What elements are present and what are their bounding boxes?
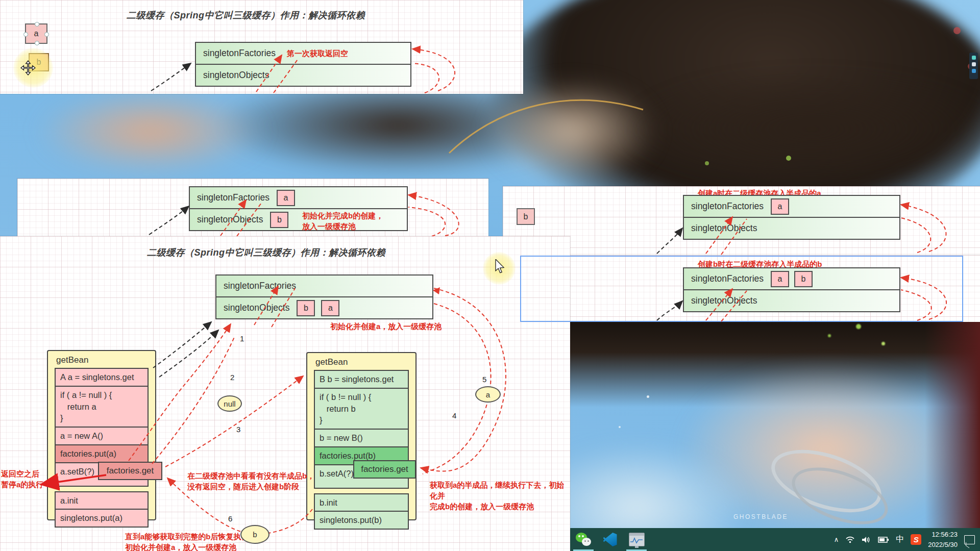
getbean-title: getBean (48, 351, 155, 365)
a-label: a (486, 390, 490, 399)
code-row-singletons-put[interactable]: singletons.put(b) (314, 511, 409, 530)
code-row-new[interactable]: a = new A() (55, 427, 149, 445)
connector-point[interactable] (44, 32, 49, 37)
bean-a-shape[interactable]: a (25, 23, 47, 44)
cache-row-factories[interactable]: singletonFactories a (684, 196, 899, 217)
taskbar-clock[interactable]: 12:56:23 2022/5/30 (928, 530, 958, 549)
getbean-a-box[interactable]: getBean A a = singletons.get if ( a != n… (47, 350, 156, 520)
canvas-main[interactable]: 二级缓存（Spring中它叫三级缓存）作用：解决循环依赖 singletonFa… (0, 236, 570, 551)
annotation-pause-a[interactable]: 返回空之后 暂停a的执行 (1, 468, 43, 490)
taskbar-monitor-app-button[interactable] (623, 528, 650, 551)
sogou-input-icon[interactable]: S (911, 534, 921, 545)
note-a-created[interactable]: 初始化并创建a，放入一级缓存池 (330, 321, 442, 332)
annotation-got-a[interactable]: 获取到a的半成品，继续执行下去，初始化并 完成b的创建，放入一级缓存池 (430, 480, 570, 512)
canvas-strip-top[interactable]: 二级缓存（Spring中它叫三级缓存）作用：解决循环依赖 a b singlet… (0, 0, 523, 94)
row-label: singletonFactories (224, 281, 296, 291)
panel-dot-icon (972, 56, 976, 60)
badge-a[interactable]: a (277, 190, 295, 206)
b-label: b (253, 530, 257, 539)
battery-icon[interactable] (878, 536, 889, 543)
cache-panel-main[interactable]: singletonFactories singletonObjects b a (215, 274, 433, 319)
step-5: 5 (482, 375, 486, 384)
getbean-title: getBean (307, 353, 415, 367)
connector-point[interactable] (23, 32, 28, 37)
clock-date: 2022/5/30 (928, 540, 958, 550)
cache-row-factories[interactable]: singletonFactories a (190, 187, 407, 208)
null-ellipse[interactable]: null (217, 395, 242, 412)
panel-dot-icon (972, 69, 976, 73)
volume-icon[interactable] (862, 536, 871, 544)
note-b-created[interactable]: 初始化并完成b的创建， 放入一级缓存池 (302, 210, 383, 232)
wallpaper-face-hint (485, 79, 658, 184)
row-label: singletonObjects (197, 214, 263, 225)
bean-b-label: b (524, 212, 528, 221)
wallpaper-skin-blur (36, 89, 265, 173)
wifi-icon[interactable] (845, 536, 855, 543)
factories-get-label: factories.get (107, 466, 154, 476)
badge-b[interactable]: b (270, 212, 288, 228)
badge-a[interactable]: a (321, 300, 339, 316)
row-label: singletonObjects (224, 303, 289, 313)
a-ellipse[interactable]: a (475, 386, 501, 403)
code-row-factories-put[interactable]: factories.put(a) (55, 444, 149, 463)
row-note: 第一次获取返回空 (287, 48, 348, 59)
code-row-if-null[interactable]: if ( b != null ) { return b } (314, 388, 409, 430)
step-1: 1 (240, 334, 244, 343)
bean-b-floating[interactable]: b (517, 208, 535, 225)
cache-row-factories[interactable]: singletonFactories 第一次获取返回空 (196, 43, 410, 64)
tray-expand-icon[interactable]: ∧ (834, 536, 839, 543)
badge-b[interactable]: b (297, 300, 315, 316)
ime-indicator[interactable]: 中 (896, 534, 904, 545)
connector-point[interactable] (35, 22, 39, 27)
move-cursor-icon (20, 60, 36, 76)
step-3: 3 (236, 425, 240, 434)
connector-point[interactable] (35, 41, 39, 45)
annotation-check-b[interactable]: 在二级缓存池中看看有没有半成品b， 没有返回空，随后进入创建b阶段 (187, 470, 314, 492)
code-row-new[interactable]: b = new B() (314, 429, 409, 447)
row-label: singletonFactories (203, 48, 276, 59)
wallpaper-watermark: GHOSTBLADE (733, 513, 788, 520)
badge-a[interactable]: a (771, 198, 789, 215)
action-center-icon[interactable] (964, 535, 975, 544)
selection-rectangle[interactable] (520, 256, 963, 322)
canvas-right-a[interactable]: 创建a时在二级缓存池存入半成品的a b singletonFactories a… (503, 186, 980, 255)
drawio-collapsed-panel[interactable] (969, 53, 978, 79)
canvas-right-b[interactable]: 创建b时在二级缓存池存入半成品的b singletonFactories a b… (503, 255, 980, 322)
code-row-singletons-get[interactable]: B b = singletons.get (314, 370, 409, 389)
factories-get-label: factories.get (361, 464, 408, 474)
desktop-screen: GHOSTBLADE 二级缓存（Spring中它叫三级缓存）作用：解决循环依赖 … (0, 0, 980, 551)
clock-time: 12:56:23 (928, 530, 958, 540)
windows-taskbar: ∧ 中 S 12:56:23 2022/5/30 (570, 528, 980, 551)
b-ellipse[interactable]: b (240, 525, 270, 544)
diagram-title-main: 二级缓存（Spring中它叫三级缓存）作用：解决循环依赖 (147, 246, 385, 259)
wallpaper-portrait (570, 319, 980, 529)
step-2: 2 (230, 373, 234, 382)
code-row-init[interactable]: a.init (55, 491, 149, 510)
cache-row-factories[interactable]: singletonFactories (216, 276, 432, 296)
wallpaper-hair-right (628, 71, 980, 186)
cache-row-objects[interactable]: singletonObjects (196, 64, 410, 86)
taskbar-wechat-button[interactable] (570, 528, 597, 551)
wechat-icon (576, 533, 591, 547)
code-row-singletons-get[interactable]: A a = singletons.get (55, 368, 149, 387)
panel-dot-icon (972, 62, 976, 66)
getbean-b-box[interactable]: getBean B b = singletons.get if ( b != n… (306, 352, 416, 520)
row-label: singletonObjects (203, 70, 269, 81)
cache-row-objects[interactable]: singletonObjects (684, 217, 899, 239)
code-row-singletons-put[interactable]: singletons.put(a) (55, 509, 149, 528)
factories-get-b-box[interactable]: factories.get (353, 460, 416, 479)
cache-row-objects[interactable]: singletonObjects b a (216, 296, 432, 318)
annotation-resume[interactable]: 直到a能够获取到完整的b后恢复执行， 初始化并创建a，放入一级缓存池 (125, 531, 257, 551)
cache-panel-top[interactable]: singletonFactories 第一次获取返回空 singletonObj… (195, 42, 411, 87)
diagram-title-top: 二级缓存（Spring中它叫三级缓存）作用：解决循环依赖 (127, 9, 365, 21)
monitor-app-icon (629, 533, 645, 546)
canvas-strip-second[interactable]: singletonFactories a singletonObjects b … (17, 179, 488, 236)
vscode-icon (603, 533, 617, 546)
factories-get-a-box[interactable]: factories.get (98, 462, 162, 480)
row-label: singletonObjects (691, 223, 757, 234)
code-row-init[interactable]: b.init (314, 493, 409, 512)
cache-panel-right-a[interactable]: singletonFactories a singletonObjects (683, 195, 900, 240)
row-label: singletonFactories (691, 201, 764, 212)
code-row-if-null[interactable]: if ( a != null ) { return a } (55, 386, 149, 428)
taskbar-vscode-button[interactable] (597, 528, 623, 551)
